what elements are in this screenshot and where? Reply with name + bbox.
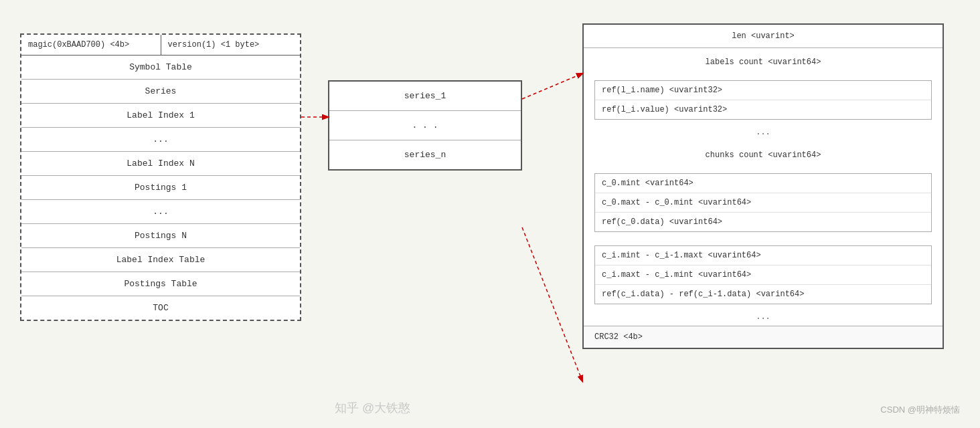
row-dots-1: ... xyxy=(21,128,300,152)
row-postings-1: Postings 1 xyxy=(21,176,300,200)
detail-chunki-box: c_i.mint - c_i-1.maxt <uvarint64> c_i.ma… xyxy=(594,245,932,304)
detail-chunk0-box: c_0.mint <varint64> c_0.maxt - c_0.mint … xyxy=(594,173,932,232)
detail-dots-1: ... xyxy=(584,124,943,141)
detail-label-fields-box: ref(l_i.name) <uvarint32> ref(l_i.value)… xyxy=(594,80,932,120)
detail-box: len <uvarint> labels count <uvarint64> r… xyxy=(582,23,944,349)
row-postings-table: Postings Table xyxy=(21,272,300,296)
row-label-index-n: Label Index N xyxy=(21,152,300,176)
file-structure-box: magic(0xBAAD700) <4b> version(1) <1 byte… xyxy=(20,33,301,321)
detail-ref-name: ref(l_i.name) <uvarint32> xyxy=(595,81,931,100)
row-dots-2: ... xyxy=(21,200,300,224)
arrow-series1-to-detail xyxy=(522,74,582,99)
detail-labels-count: labels count <uvarint64> xyxy=(584,52,943,72)
row-symbol-table: Symbol Table xyxy=(21,56,300,80)
series-row-n: series_n xyxy=(329,140,521,169)
watermark-csdn: CSDN @明神特烦恼 xyxy=(880,404,960,416)
detail-ci-ref: ref(c_i.data) - ref(c_i-1.data) <varint6… xyxy=(595,285,931,304)
file-header: magic(0xBAAD700) <4b> version(1) <1 byte… xyxy=(21,35,300,56)
detail-ci-mint: c_i.mint - c_i-1.maxt <uvarint64> xyxy=(595,246,931,265)
row-toc: TOC xyxy=(21,296,300,320)
series-row-dots: . . . xyxy=(329,111,521,140)
detail-crc32: CRC32 <4b> xyxy=(584,326,943,348)
series-row-1: series_1 xyxy=(329,82,521,111)
arrow-seriesn-to-detail xyxy=(522,227,582,381)
row-series: Series xyxy=(21,80,300,104)
row-label-index-1: Label Index 1 xyxy=(21,104,300,128)
detail-c0-mint: c_0.mint <varint64> xyxy=(595,174,931,193)
series-box: series_1 . . . series_n xyxy=(328,80,522,171)
watermark-zhihu: 知乎 @大铁憨 xyxy=(335,400,410,416)
detail-chunks-count: chunks count <uvarint64> xyxy=(584,145,943,165)
magic-header: magic(0xBAAD700) <4b> xyxy=(21,35,161,55)
detail-ci-maxt: c_i.maxt - c_i.mint <uvarint64> xyxy=(595,265,931,285)
diagram-container: magic(0xBAAD700) <4b> version(1) <1 byte… xyxy=(0,0,980,428)
detail-c0-maxt: c_0.maxt - c_0.mint <uvarint64> xyxy=(595,193,931,213)
detail-ref-value: ref(l_i.value) <uvarint32> xyxy=(595,100,931,119)
version-header: version(1) <1 byte> xyxy=(161,35,301,55)
row-label-index-table: Label Index Table xyxy=(21,248,300,272)
detail-len: len <uvarint> xyxy=(584,25,943,48)
detail-c0-ref: ref(c_0.data) <uvarint64> xyxy=(595,213,931,231)
detail-dots-2: ... xyxy=(584,308,943,326)
row-postings-n: Postings N xyxy=(21,224,300,248)
